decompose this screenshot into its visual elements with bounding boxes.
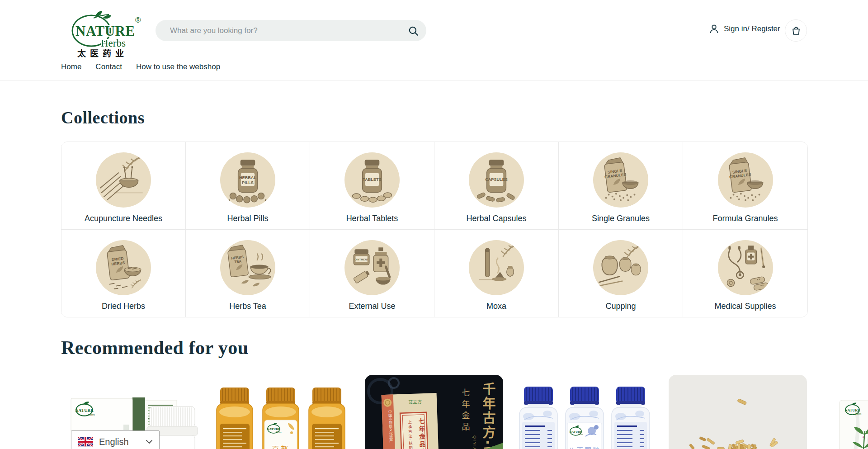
- registered-mark: ®: [135, 16, 141, 24]
- nav-item-contact[interactable]: Contact: [95, 62, 122, 71]
- collection-label: External Use: [349, 302, 395, 311]
- collection-label: Cupping: [605, 302, 636, 311]
- search-input[interactable]: [169, 26, 407, 36]
- collection-tile-moxa[interactable]: Moxa: [434, 230, 559, 317]
- site-header: NATURE ® Herbs 太医药业 Sign in/ Register Ho…: [0, 0, 868, 80]
- recommended-products: NATUREHerbs NATUREHerbs 百部 BAI BU 千年古方·手…: [61, 375, 868, 449]
- svg-text:NATURE: NATURE: [569, 430, 582, 433]
- product-card-moxa-gift-box[interactable]: 千年古方·手工制作 七年金品 QINIANJINPIN 中国非物质文化遗产 艾立…: [365, 375, 503, 449]
- cart-button[interactable]: [785, 19, 807, 42]
- cupping-icon: [593, 240, 648, 295]
- collection-tile-dried-herbs[interactable]: DRIEDHERBSDried Herbs: [61, 230, 186, 317]
- nav-item-home[interactable]: Home: [61, 62, 81, 71]
- product-card-ba-zheng-ke-li-bottles[interactable]: NATUREHerbs 八正颗粒 BA ZHENG KE LI: [517, 375, 655, 449]
- nature-herbs-logo-icon: NATURE ® Herbs 太医药业: [66, 11, 161, 58]
- svg-text:艾立方: 艾立方: [408, 399, 422, 405]
- dried-herbs-icon: DRIEDHERBS: [96, 240, 151, 295]
- main-nav: HomeContactHow to use the webshop: [61, 62, 220, 71]
- svg-text:八正颗粒: 八正颗粒: [568, 446, 601, 449]
- search-bar: [156, 20, 426, 41]
- cart-icon: [791, 26, 801, 36]
- collection-tile-formula-granules[interactable]: SINGLEGRANULESFormula Granules: [683, 142, 807, 230]
- language-selected-label: English: [99, 437, 129, 447]
- svg-text:Herbs: Herbs: [855, 412, 861, 415]
- collection-label: Formula Granules: [712, 214, 778, 223]
- svg-text:NATURE: NATURE: [844, 408, 860, 412]
- collection-tile-medical-supplies[interactable]: Medical Supplies: [683, 230, 807, 317]
- chevron-down-icon: [146, 440, 153, 444]
- collection-tile-herbal-capsules[interactable]: CAPSULESHerbal Capsules: [434, 142, 559, 230]
- herbs-tea-icon: HERBSTEA: [220, 240, 275, 295]
- svg-text:Herbs: Herbs: [276, 431, 281, 433]
- collection-label: Dried Herbs: [102, 302, 145, 311]
- user-icon: [709, 24, 719, 34]
- collection-tile-acupuncture-needles[interactable]: Acupuncture Needles: [61, 142, 186, 230]
- collection-label: Acupuncture Needles: [85, 214, 162, 223]
- svg-text:CAPSULES: CAPSULES: [485, 177, 508, 182]
- sign-in-register-button[interactable]: Sign in/ Register: [709, 24, 780, 34]
- svg-text:Herbs: Herbs: [88, 413, 95, 416]
- collection-tile-cupping[interactable]: Cupping: [559, 230, 683, 317]
- logo-brand-text: NATURE: [75, 23, 135, 39]
- svg-text:七年金品: 七年金品: [461, 388, 470, 434]
- product-card-herb-packet[interactable]: NATUREHerbs 益母草: [821, 375, 868, 449]
- collection-tile-external-use[interactable]: OINTMENTExternal Use: [310, 230, 434, 317]
- recommended-title: Recommended for you: [61, 337, 249, 359]
- search-icon: [407, 25, 419, 37]
- medical-supplies-icon: [718, 240, 773, 295]
- granules-bag-icon: SINGLEGRANULES: [593, 152, 648, 208]
- svg-text:TABLETS: TABLETS: [363, 177, 381, 182]
- herbal-pills-icon: HERBALPILLS: [220, 152, 275, 208]
- herbal-capsules-icon: CAPSULES: [469, 152, 524, 208]
- collection-tile-single-granules[interactable]: SINGLEGRANULESSingle Granules: [559, 142, 683, 230]
- collection-tile-herbal-pills[interactable]: HERBALPILLSHerbal Pills: [186, 142, 310, 230]
- product-card-bai-bu-bottles[interactable]: NATUREHerbs 百部 BAI BU: [213, 375, 351, 449]
- collection-label: Herbal Capsules: [466, 214, 526, 223]
- product-card-dried-herb-segments[interactable]: [669, 375, 807, 449]
- collection-label: Medical Supplies: [714, 302, 776, 311]
- collection-label: Herbal Pills: [227, 214, 268, 223]
- logo-sub-brand-text: Herbs: [101, 38, 126, 49]
- svg-text:HERBAL: HERBAL: [239, 175, 256, 180]
- collection-label: Moxa: [486, 302, 506, 311]
- svg-text:千年古方·手工制作: 千年古方·手工制作: [480, 382, 496, 449]
- search-button[interactable]: [407, 25, 419, 37]
- collection-tile-herbal-tablets[interactable]: TABLETSHerbal Tablets: [310, 142, 434, 230]
- moxa-icon: [469, 240, 524, 295]
- herbal-tablets-icon: TABLETS: [344, 152, 400, 208]
- nav-item-how-to-use-the-webshop[interactable]: How to use the webshop: [136, 62, 220, 71]
- logo-chinese-text: 太医药业: [77, 48, 128, 58]
- collection-label: Herbs Tea: [229, 302, 266, 311]
- svg-text:NATURE: NATURE: [267, 427, 281, 431]
- external-use-icon: OINTMENT: [344, 240, 400, 295]
- svg-text:PILLS: PILLS: [242, 180, 254, 185]
- svg-text:NATURE: NATURE: [75, 408, 93, 413]
- collection-tile-herbs-tea[interactable]: HERBSTEAHerbs Tea: [186, 230, 310, 317]
- svg-text:Herbs: Herbs: [578, 433, 583, 435]
- acupuncture-needles-icon: [96, 152, 151, 208]
- language-selector[interactable]: English: [71, 430, 160, 449]
- collection-label: Herbal Tablets: [346, 214, 398, 223]
- svg-text:百部: 百部: [272, 445, 290, 449]
- svg-text:QINIANJINPIN: QINIANJINPIN: [472, 435, 477, 449]
- collections-grid: Acupuncture NeedlesHERBALPILLSHerbal Pil…: [61, 142, 808, 317]
- collections-title: Collections: [61, 108, 145, 128]
- svg-text:OINTMENT: OINTMENT: [354, 258, 368, 260]
- brand-logo[interactable]: NATURE ® Herbs 太医药业: [66, 11, 161, 58]
- granules-bag-icon: SINGLEGRANULES: [718, 152, 773, 208]
- collection-label: Single Granules: [592, 214, 650, 223]
- sign-in-register-label: Sign in/ Register: [724, 24, 780, 33]
- uk-flag-icon: [78, 436, 93, 447]
